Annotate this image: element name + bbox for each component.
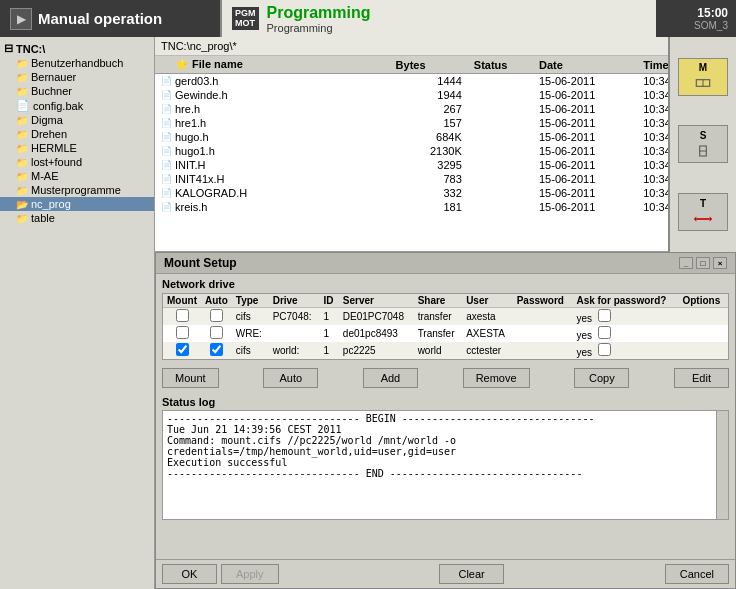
mode-s-label: S xyxy=(700,130,707,141)
copy-btn[interactable]: Copy xyxy=(574,368,629,388)
sidebar-item-musterprogramme[interactable]: Musterprogramme xyxy=(0,183,154,197)
drive-type: cifs xyxy=(232,342,269,359)
ok-btn[interactable]: OK xyxy=(162,564,217,584)
network-drive-label: Network drive xyxy=(162,278,729,290)
file-name: 📄hre1.h xyxy=(155,116,390,130)
cancel-btn[interactable]: Cancel xyxy=(665,564,729,584)
drive-table-row[interactable]: cifs PC7048: 1 DE01PC7048 transfer axest… xyxy=(163,308,728,326)
th-drive: Drive xyxy=(269,294,320,308)
drive-id: 1 xyxy=(319,325,338,342)
clear-btn[interactable]: Clear xyxy=(439,564,503,584)
file-table-row[interactable]: 📄hugo.h 684K 15-06-2011 10:34:44 xyxy=(155,130,722,144)
drive-type: WRE: xyxy=(232,325,269,342)
dialog-bottom-right: Cancel xyxy=(665,564,729,584)
sidebar-root[interactable]: ⊟ TNC:\ xyxy=(0,41,154,56)
file-status xyxy=(468,88,533,102)
file-status xyxy=(468,102,533,116)
drive-auto-check[interactable] xyxy=(201,308,232,326)
th-server: Server xyxy=(339,294,414,308)
drive-user: axesta xyxy=(462,308,513,326)
sidebar-item-table[interactable]: table xyxy=(0,211,154,225)
drive-table-row[interactable]: WRE: 1 de01pc8493 Transfer AXESTA yes xyxy=(163,325,728,342)
drive-id: 1 xyxy=(319,342,338,359)
sidebar-label: Digma xyxy=(31,114,63,126)
win-close-btn[interactable]: × xyxy=(713,257,727,269)
mode-btn-t[interactable]: T xyxy=(678,193,728,231)
col-header-name: ⭐ File name xyxy=(155,56,390,74)
file-name: 📄KALOGRAD.H xyxy=(155,186,390,200)
drive-user: AXESTA xyxy=(462,325,513,342)
folder-icon xyxy=(16,114,28,126)
top-bar-left: ▶ Manual operation xyxy=(0,0,220,37)
file-status xyxy=(468,172,533,186)
file-table-row[interactable]: 📄Gewinde.h 1944 15-06-2011 10:34:46 xyxy=(155,88,722,102)
file-table-row[interactable]: 📄KALOGRAD.H 332 15-06-2011 10:34:48 xyxy=(155,186,722,200)
win-controls: _ □ × xyxy=(679,257,727,269)
drive-mount-check[interactable] xyxy=(163,325,201,342)
svg-marker-5 xyxy=(694,216,697,221)
file-bytes: 1444 xyxy=(390,74,468,89)
sidebar-item-bernauer[interactable]: Bernauer xyxy=(0,70,154,84)
status-log-line: Execution successful xyxy=(167,457,710,468)
file-table-row[interactable]: 📄hugo1.h 2130K 15-06-2011 10:34:44 xyxy=(155,144,722,158)
sidebar-item-hermle[interactable]: HERMLE xyxy=(0,141,154,155)
sidebar-item-digma[interactable]: Digma xyxy=(0,113,154,127)
mount-dialog: Mount Setup _ □ × Network drive Mount Au… xyxy=(155,252,736,589)
win-minimize-btn[interactable]: _ xyxy=(679,257,693,269)
drive-options xyxy=(678,308,728,326)
remove-btn[interactable]: Remove xyxy=(463,368,530,388)
sidebar-item-nc-prog[interactable]: nc_prog xyxy=(0,197,154,211)
mount-btn[interactable]: Mount xyxy=(162,368,219,388)
apply-btn[interactable]: Apply xyxy=(221,564,279,584)
file-area: TNC:\nc_prog\* ⭐ File name Bytes Status … xyxy=(155,37,736,252)
drive-drive xyxy=(269,325,320,342)
sidebar-item-buchner[interactable]: Buchner xyxy=(0,84,154,98)
sidebar-item-benutzerhandbuch[interactable]: Benutzerhandbuch xyxy=(0,56,154,70)
file-date: 15-06-2011 xyxy=(533,88,637,102)
drive-auto-check[interactable] xyxy=(201,342,232,359)
sidebar-item-m-ae[interactable]: M-AE xyxy=(0,169,154,183)
file-name: 📄INIT41x.H xyxy=(155,172,390,186)
app-icon: ▶ xyxy=(10,8,32,30)
drive-auto-check[interactable] xyxy=(201,325,232,342)
folder-icon xyxy=(16,156,28,168)
file-status xyxy=(468,186,533,200)
th-password: Password xyxy=(513,294,573,308)
mode-btn-s[interactable]: S xyxy=(678,125,728,163)
file-table: ⭐ File name Bytes Status Date Time 📄gerd… xyxy=(155,56,722,214)
edit-btn[interactable]: Edit xyxy=(674,368,729,388)
win-restore-btn[interactable]: □ xyxy=(696,257,710,269)
th-options: Options xyxy=(678,294,728,308)
file-table-row[interactable]: 📄kreis.h 181 15-06-2011 10:34:49 xyxy=(155,200,722,214)
file-name: 📄hre.h xyxy=(155,102,390,116)
file-table-row[interactable]: 📄gerd03.h 1444 15-06-2011 10:34:46 xyxy=(155,74,722,89)
th-type: Type xyxy=(232,294,269,308)
file-bytes: 3295 xyxy=(390,158,468,172)
add-btn[interactable]: Add xyxy=(363,368,418,388)
status-log-scrollbar[interactable] xyxy=(716,411,728,519)
sidebar: ⊟ TNC:\ Benutzerhandbuch Bernauer Buchne… xyxy=(0,37,155,589)
folder-icon xyxy=(16,170,28,182)
mode-btn-m[interactable]: M xyxy=(678,58,728,96)
file-status xyxy=(468,158,533,172)
sidebar-item-lost-found[interactable]: lost+found xyxy=(0,155,154,169)
drive-table-row[interactable]: cifs world: 1 pc2225 world cctester yes xyxy=(163,342,728,359)
folder-icon xyxy=(16,71,28,83)
right-buttons: M S T xyxy=(668,37,736,252)
drive-mount-check[interactable] xyxy=(163,308,201,326)
auto-btn[interactable]: Auto xyxy=(263,368,318,388)
th-id: ID xyxy=(319,294,338,308)
sidebar-item-config-bak[interactable]: 📄 config.bak xyxy=(0,98,154,113)
pgm-badge: PGMMOT xyxy=(232,7,259,31)
file-table-row[interactable]: 📄INIT.H 3295 15-06-2011 10:34:45 xyxy=(155,158,722,172)
sidebar-label: Benutzerhandbuch xyxy=(31,57,123,69)
file-table-row[interactable]: 📄hre.h 267 15-06-2011 10:34:49 xyxy=(155,102,722,116)
file-name: 📄INIT.H xyxy=(155,158,390,172)
drive-ask: yes xyxy=(572,308,678,326)
file-table-row[interactable]: 📄INIT41x.H 783 15-06-2011 10:34:47 xyxy=(155,172,722,186)
drive-mount-check[interactable] xyxy=(163,342,201,359)
sidebar-item-drehen[interactable]: Drehen xyxy=(0,127,154,141)
mount-dialog-title-label: Mount Setup xyxy=(164,256,237,270)
file-table-row[interactable]: 📄hre1.h 157 15-06-2011 10:34:49 xyxy=(155,116,722,130)
file-bytes: 2130K xyxy=(390,144,468,158)
